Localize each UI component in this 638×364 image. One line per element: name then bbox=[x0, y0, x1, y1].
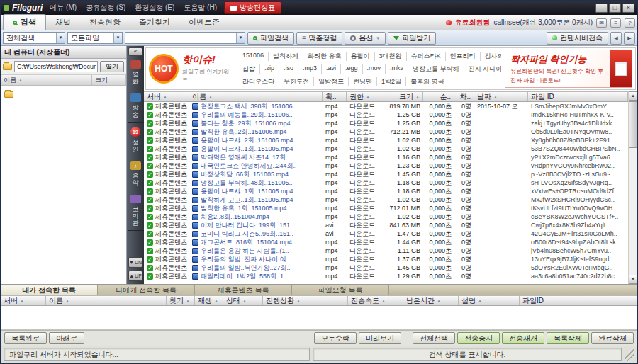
result-row[interactable]: ✓ 제휴콘텐츠 현장토크쇼 택시..398회..151006.. mp4 다운로… bbox=[144, 102, 628, 110]
result-row[interactable]: ✓ 제휴콘텐츠 처용2..8회..151004.mp4 mp4 다운로드 1.0… bbox=[144, 212, 628, 221]
result-row[interactable]: ✓ 제휴콘텐츠 발칙한 유혹..1회..151005.mp4 mp4 다운로드 … bbox=[144, 204, 628, 212]
hot-keyword-link[interactable]: 슈퍼스타K bbox=[407, 52, 446, 61]
t-col-file-id[interactable]: 파일ID bbox=[520, 296, 637, 305]
minimize-button[interactable]: – bbox=[595, 4, 608, 13]
result-row[interactable]: ✓ 제휴콘텐츠 대국민토크쇼 안녕하세요..244회.. mp4 다운로드 1.… bbox=[144, 161, 628, 170]
maximize-button[interactable]: □ bbox=[609, 4, 621, 13]
chevron-down-icon[interactable]: ▼ bbox=[113, 33, 122, 43]
col-name[interactable]: 이름▲ bbox=[189, 92, 323, 101]
category-comic[interactable]: 코믹관 bbox=[128, 192, 144, 231]
t-col-name[interactable]: 이름▲ bbox=[46, 296, 167, 305]
col-server[interactable]: 서버▲ bbox=[144, 92, 189, 101]
open-folder-button[interactable]: 열기 bbox=[100, 61, 124, 72]
search-scope-dropdown[interactable]: 전체검색 ▼ bbox=[3, 32, 65, 44]
select-all-button[interactable]: 전체선택 bbox=[413, 332, 455, 344]
result-row[interactable]: ✓ 제휴콘텐츠 비정상회담..66회..151005.mp4 mp4 다운로드 … bbox=[144, 170, 628, 178]
t-col-progress[interactable]: 진행상황▲ bbox=[263, 296, 348, 305]
result-row[interactable]: ✓ 제휴콘텐츠 패밀리데이..1박2일..558회..1.. mp4 다운로드 … bbox=[144, 272, 628, 280]
hot-keyword-link[interactable]: 151006 bbox=[238, 52, 269, 61]
mail-button[interactable]: ✉ bbox=[596, 18, 607, 28]
t-col-server[interactable]: 서버▲ bbox=[1, 296, 46, 305]
folder-item[interactable] bbox=[4, 91, 13, 98]
hot-keyword-link[interactable]: 강사의 신 bbox=[481, 52, 501, 61]
hot-keyword-link[interactable]: 진자 사나이 bbox=[464, 64, 501, 74]
accept-all-button[interactable]: 모두수락 bbox=[314, 332, 357, 344]
chevron-down-icon[interactable]: ▼ bbox=[236, 33, 245, 43]
result-row[interactable]: ✓ 제휴콘텐츠 발칙하게 고고..1회..151005.mp4 mp4 다운로드… bbox=[144, 195, 628, 204]
result-row[interactable]: ✓ 제휴콘텐츠 이제 만나러 갑니다..199회..151.. avi 다운로드… bbox=[144, 221, 628, 229]
result-row[interactable]: ✓ 제휴콘텐츠 용팔이 나르샤..1회..151005.mp4 mp4 다운로드… bbox=[144, 144, 628, 153]
result-row[interactable]: ✓ 제휴콘텐츠 개그콘서트..816회..151004.mp4 mp4 다운로드… bbox=[144, 238, 628, 246]
result-row[interactable]: ✓ 제휴콘텐츠 용팔이 나르샤..1회..151005.mp4 mp4 다운로드… bbox=[144, 187, 628, 195]
result-row[interactable]: ✓ 제휴콘텐츠 우리들은 용감 하는 사람들..(1.. mp4 다운로드 1.… bbox=[144, 246, 628, 255]
hot-keyword-link[interactable]: 3대천왕 bbox=[375, 52, 407, 61]
result-row[interactable]: ✓ 제휴콘텐츠 코미디 빅리그 시즌5..96회..151.. avi 다운로드… bbox=[144, 229, 628, 238]
scroll-down-button[interactable]: ▼DN bbox=[128, 257, 142, 268]
custom-sort-button[interactable]: ≡ 맞춤정렬 bbox=[296, 32, 342, 45]
scrollbar-down-button[interactable]: ▼ bbox=[629, 275, 637, 284]
t-col-play[interactable]: 재생▲ bbox=[195, 296, 223, 305]
scrollbar-thumb[interactable] bbox=[629, 101, 637, 148]
col-file-id[interactable]: 파일 ID bbox=[528, 92, 628, 101]
t-col-speed[interactable]: 전송속도▲ bbox=[348, 296, 403, 305]
delete-list-button[interactable]: 목록삭제 bbox=[547, 332, 589, 344]
transfer-stop-button[interactable]: 전송중지 bbox=[457, 332, 500, 344]
delete-completed-button[interactable]: 완료삭제 bbox=[591, 332, 634, 344]
tab-partner-content-list[interactable]: 제휴콘텐츠 목록 bbox=[195, 285, 292, 295]
resize-grip[interactable] bbox=[625, 348, 634, 361]
nav-right-button[interactable]: ▶ bbox=[624, 32, 635, 45]
file-download-button[interactable]: 파일받기 bbox=[388, 32, 436, 45]
hot-keyword-link[interactable]: 라디오스타 bbox=[238, 77, 279, 86]
hot-keyword-link[interactable]: 불후의 명곡 bbox=[406, 77, 449, 86]
collapse-panel-button[interactable]: « bbox=[128, 47, 142, 56]
scroll-up-button[interactable]: ▲UP bbox=[128, 271, 142, 281]
tab-file-request-list[interactable]: 파일요청 목록 bbox=[292, 285, 389, 295]
result-row[interactable]: ✓ 제휴콘텐츠 용팔이 나르샤..2회..151006.mp4 mp4 다운로드… bbox=[144, 136, 628, 144]
col-permission[interactable]: 권한▲ bbox=[347, 92, 379, 101]
t-col-description[interactable]: 설명▲ bbox=[459, 296, 520, 305]
result-row[interactable]: ✓ 제휴콘텐츠 발칙한 유혹..2회..151006.mp4 mp4 다운로드 … bbox=[144, 127, 628, 136]
t-col-status[interactable]: 상태▲ bbox=[223, 296, 263, 305]
filetype-dropdown[interactable]: 모든파일 ▼ bbox=[67, 32, 123, 44]
hot-keyword-link[interactable]: .mp3 bbox=[298, 64, 322, 74]
tab-event-zone[interactable]: 이벤트존 bbox=[179, 15, 229, 30]
list-down-button[interactable]: 아래로 bbox=[49, 332, 84, 344]
menu-item-settings[interactable]: 환경설정 (E) bbox=[135, 3, 174, 13]
hot-keyword-link[interactable]: 런닝맨 bbox=[349, 77, 377, 86]
category-adult[interactable]: 19 성인 bbox=[128, 124, 144, 157]
folder-col-size[interactable]: 크기 bbox=[92, 75, 126, 85]
menu-item-menu[interactable]: 메뉴 (M) bbox=[50, 3, 77, 13]
tab-connected-to-me[interactable]: 나에게 접속한 목록 bbox=[98, 285, 195, 295]
chevron-down-icon[interactable]: ▼ bbox=[56, 33, 65, 43]
result-row[interactable]: ✓ 제휴콘텐츠 불타는 청춘..29회..151006.mp4 mp4 다운로드… bbox=[144, 119, 628, 127]
hot-keyword-link[interactable]: .iso bbox=[279, 64, 298, 74]
save-folder-path[interactable]: C:₩Users₩skhong₩Docur bbox=[14, 61, 98, 72]
result-row[interactable]: ✓ 제휴콘텐츠 우리들의 일밤..복면가왕..27회.. mp4 다운로드 1.… bbox=[144, 263, 628, 272]
result-row[interactable]: ✓ 제휴콘텐츠 우리들의 예능들..29회..151006.. mp4 다운로드… bbox=[144, 110, 628, 119]
scrollbar-track[interactable] bbox=[629, 101, 637, 275]
t-col-find[interactable]: 찾기▲ bbox=[167, 296, 195, 305]
hot-keyword-link[interactable]: .mov bbox=[363, 64, 386, 74]
col-users[interactable]: 차.. bbox=[454, 92, 474, 101]
hot-keyword-link[interactable]: 냉장고를 부탁해 bbox=[408, 64, 464, 74]
tab-search[interactable]: 검색 bbox=[3, 14, 46, 30]
category-movie[interactable]: 영화 bbox=[128, 57, 144, 89]
hot-keyword-link[interactable]: .zip bbox=[260, 64, 279, 74]
preview-button[interactable]: 미리보기 bbox=[359, 332, 401, 344]
col-duration[interactable]: 순.. bbox=[423, 92, 454, 101]
result-row[interactable]: ✓ 제휴콘텐츠 막돼먹은 영애씨 시즌14..17회.. mp4 다운로드 1.… bbox=[144, 153, 628, 161]
options-button[interactable]: 옵션 ▼ bbox=[345, 32, 386, 45]
file-search-button[interactable]: 파일검색 bbox=[247, 32, 294, 45]
content-server-connect-button[interactable]: 컨텐서버접속 bbox=[547, 32, 608, 45]
result-row[interactable]: ✓ 제휴콘텐츠 냉장고를 부탁해..48회..151005.. mp4 다운로드… bbox=[144, 178, 628, 187]
menu-item-share-settings[interactable]: 공유설정 (S) bbox=[86, 3, 125, 13]
hot-keyword-link[interactable]: 무한도전 bbox=[279, 77, 314, 86]
folder-col-name[interactable]: 이름 ▲ bbox=[1, 75, 92, 85]
tab-transfer-status[interactable]: 전송현황 bbox=[80, 15, 130, 30]
hot-keyword-link[interactable]: .egg bbox=[341, 64, 363, 74]
hot-keyword-link[interactable]: .avi bbox=[322, 64, 341, 74]
t-col-remaining[interactable]: 남은시간▲ bbox=[403, 296, 459, 305]
hot-keyword-link[interactable]: 일밤점프 bbox=[314, 77, 349, 86]
hot-keyword-link[interactable]: 용팔이 bbox=[347, 52, 375, 61]
transfer-resume-button[interactable]: 전송재개 bbox=[502, 332, 544, 344]
